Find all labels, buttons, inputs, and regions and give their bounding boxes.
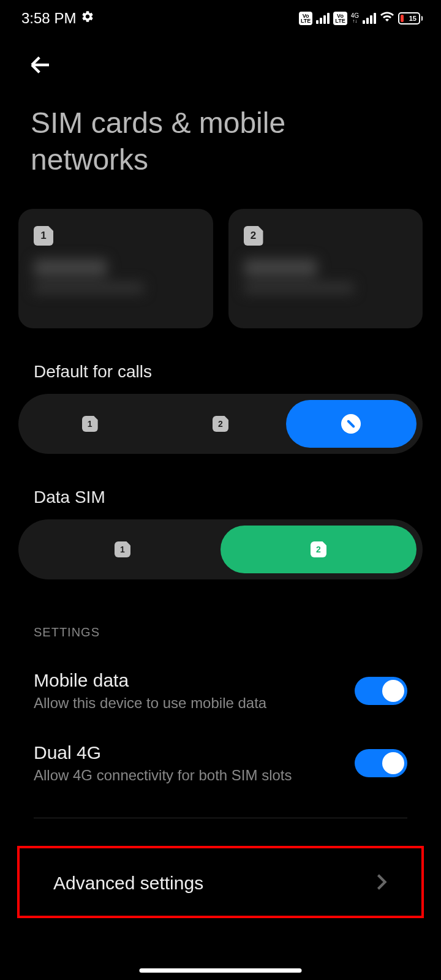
page-title: SIM cards & mobile networks [0, 86, 441, 209]
data-sim-label: Data SIM [0, 454, 441, 519]
back-button[interactable] [0, 37, 441, 86]
dual-4g-title: Dual 4G [34, 742, 355, 763]
sim-info-blurred [34, 259, 198, 293]
mobile-data-toggle[interactable] [355, 677, 407, 705]
advanced-settings-title: Advanced settings [53, 873, 203, 894]
setting-text: Dual 4G Allow 4G connectivity for both S… [34, 742, 355, 784]
sim-chip-icon: 2 [213, 416, 228, 432]
wifi-icon [380, 9, 394, 28]
settings-header: SETTINGS [0, 579, 441, 655]
home-indicator[interactable] [140, 968, 302, 973]
battery-icon: 15 [398, 12, 423, 24]
calls-sim-1-option[interactable]: 1 [24, 400, 155, 448]
default-calls-label: Default for calls [0, 328, 441, 394]
sim-cards-container: 1 2 [0, 209, 441, 328]
data-sim-selector: 1 2 [18, 519, 423, 579]
sim-card-1[interactable]: 1 [18, 209, 213, 328]
status-bar: 3:58 PM VoLTE VoLTE 4G ↑↓ 15 [0, 0, 441, 37]
calls-not-set-option[interactable] [286, 400, 417, 448]
calls-sim-2-option[interactable]: 2 [155, 400, 285, 448]
status-time: 3:58 PM [21, 10, 76, 27]
sim-chip-icon: 2 [311, 541, 326, 557]
data-sim-1-option[interactable]: 1 [24, 526, 221, 573]
gear-icon [81, 10, 94, 27]
sim-chip-icon: 2 [244, 226, 263, 246]
signal-icon-1 [316, 13, 330, 24]
sim-chip-icon: 1 [34, 226, 53, 246]
network-type-label: 4G ↑↓ [351, 13, 359, 24]
advanced-settings-row[interactable]: Advanced settings [17, 846, 424, 918]
setting-text: Mobile data Allow this device to use mob… [34, 670, 355, 712]
divider [34, 818, 407, 818]
volte-icon-2: VoLTE [333, 12, 347, 25]
not-set-icon [341, 414, 361, 434]
sim-chip-icon: 1 [115, 541, 130, 557]
dual-4g-subtitle: Allow 4G connectivity for both SIM slots [34, 767, 355, 784]
sim-card-2[interactable]: 2 [228, 209, 423, 328]
volte-icon-1: VoLTE [299, 12, 312, 25]
status-left: 3:58 PM [21, 10, 94, 27]
sim-info-blurred [244, 259, 408, 293]
data-sim-2-option[interactable]: 2 [221, 526, 417, 573]
sim-chip-icon: 1 [82, 416, 98, 432]
dual-4g-setting[interactable]: Dual 4G Allow 4G connectivity for both S… [0, 727, 441, 799]
signal-icon-2 [363, 13, 376, 24]
chevron-right-icon [375, 873, 388, 893]
mobile-data-subtitle: Allow this device to use mobile data [34, 695, 355, 712]
mobile-data-setting[interactable]: Mobile data Allow this device to use mob… [0, 655, 441, 727]
dual-4g-toggle[interactable] [355, 749, 407, 777]
status-right: VoLTE VoLTE 4G ↑↓ 15 [299, 9, 423, 28]
mobile-data-title: Mobile data [34, 670, 355, 691]
default-calls-selector: 1 2 [18, 394, 423, 454]
